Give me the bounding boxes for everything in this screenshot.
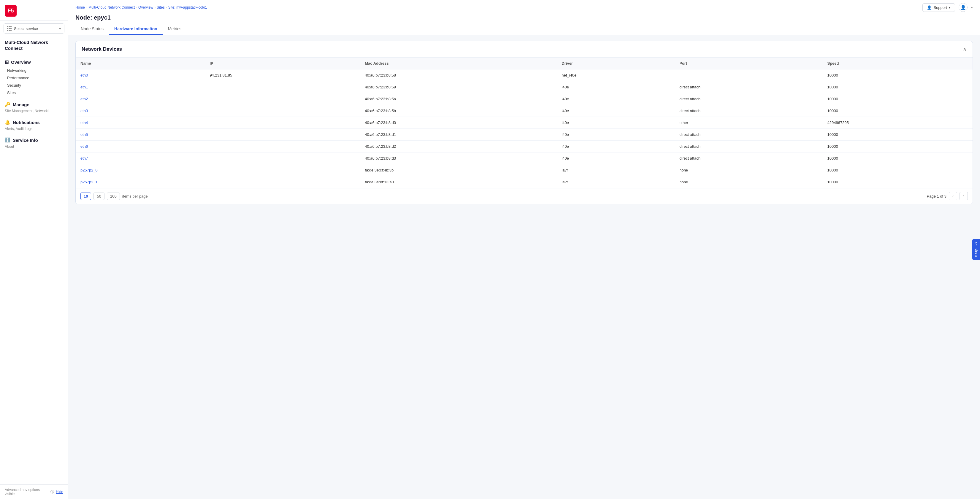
cell-port: direct attach	[675, 81, 822, 93]
sidebar-logo: F5	[0, 0, 68, 21]
col-ip: IP	[205, 57, 360, 70]
device-link[interactable]: eth0	[80, 73, 88, 78]
breadcrumb-home[interactable]: Home	[75, 5, 85, 10]
cell-driver: iavf	[557, 164, 675, 176]
cell-mac: 40:a6:b7:23:b8:5a	[360, 93, 557, 105]
cell-speed: 4294967295	[822, 117, 972, 129]
overview-icon: ⊞	[5, 59, 9, 65]
cell-mac: fa:de:3e:ef:13:a0	[360, 176, 557, 188]
sidebar-sub-item-performance[interactable]: Performance	[5, 74, 63, 82]
cell-mac: 40:a6:b7:23:b8:5b	[360, 105, 557, 117]
device-link[interactable]: eth3	[80, 108, 88, 113]
col-speed: Speed	[822, 57, 972, 70]
cell-ip: 94.231.81.85	[205, 70, 360, 81]
device-link[interactable]: eth7	[80, 156, 88, 161]
help-panel[interactable]: ? Help	[972, 239, 980, 260]
cell-driver: i40e	[557, 117, 675, 129]
sidebar-item-overview[interactable]: ⊞ Overview	[5, 57, 63, 67]
sidebar-bottom: Advanced nav options visible ⓘ Hide	[0, 485, 68, 499]
breadcrumb-site[interactable]: Site: mw-appstack-colo1	[168, 5, 207, 10]
tab-metrics[interactable]: Metrics	[163, 24, 187, 35]
cell-port: direct attach	[675, 153, 822, 164]
key-icon: 🔑	[5, 102, 10, 107]
card-header: Network Devices ∧	[76, 41, 972, 57]
next-page-button[interactable]: ›	[959, 192, 968, 200]
sidebar-sub-item-networking[interactable]: Networking	[5, 67, 63, 74]
cell-driver: i40e	[557, 105, 675, 117]
sidebar-item-service-info[interactable]: ℹ️ Service Info	[5, 135, 63, 145]
cell-ip	[205, 141, 360, 153]
sidebar-item-notifications[interactable]: 🔔 Notifications	[5, 118, 63, 127]
cell-name: eth6	[76, 141, 205, 153]
cell-name: eth4	[76, 117, 205, 129]
page-info-text: Page 1 of 3	[927, 194, 947, 199]
cell-port: direct attach	[675, 105, 822, 117]
cell-mac: 40:a6:b7:23:b8:59	[360, 81, 557, 93]
service-info-subtitle: About	[5, 145, 63, 150]
breadcrumb: Home › Multi-Cloud Network Connect › Ove…	[75, 5, 207, 10]
hide-link[interactable]: Hide	[56, 490, 63, 494]
breadcrumb-sites[interactable]: Sites	[157, 5, 165, 10]
cell-mac: 40:a6:b7:23:b8:d0	[360, 117, 557, 129]
service-selector[interactable]: Select service ▾	[3, 24, 64, 33]
table-row: eth1 40:a6:b7:23:b8:59 i40e direct attac…	[76, 81, 972, 93]
cell-driver: net_i40e	[557, 70, 675, 81]
page-content: Network Devices ∧ Name IP Mac Address Dr…	[68, 35, 980, 499]
breadcrumb-mcnc[interactable]: Multi-Cloud Network Connect	[88, 5, 135, 10]
cell-name: eth1	[76, 81, 205, 93]
device-link[interactable]: p257p2_0	[80, 168, 98, 172]
device-link[interactable]: eth4	[80, 121, 88, 125]
table-row: eth2 40:a6:b7:23:b8:5a i40e direct attac…	[76, 93, 972, 105]
cell-mac: 40:a6:b7:23:b8:d1	[360, 129, 557, 141]
cell-speed: 10000	[822, 70, 972, 81]
cell-mac: 40:a6:b7:23:b8:58	[360, 70, 557, 81]
tab-hardware-information[interactable]: Hardware Information	[109, 24, 163, 35]
sidebar-section-service-info: ℹ️ Service Info About	[0, 133, 68, 150]
cell-speed: 10000	[822, 153, 972, 164]
per-page-10[interactable]: 10	[80, 192, 91, 200]
sidebar-sub-item-sites[interactable]: Sites	[5, 89, 63, 97]
cell-driver: i40e	[557, 141, 675, 153]
sidebar: F5 Select service ▾ Multi-Cloud Network …	[0, 0, 68, 499]
table-row: eth7 40:a6:b7:23:b8:d3 i40e direct attac…	[76, 153, 972, 164]
per-page-50[interactable]: 50	[94, 192, 104, 200]
pagination-bar: 10 50 100 items per page Page 1 of 3 ‹ ›	[76, 188, 972, 204]
support-button[interactable]: 👤 Support ▾	[923, 3, 955, 12]
col-mac: Mac Address	[360, 57, 557, 70]
table-row: eth6 40:a6:b7:23:b8:d2 i40e direct attac…	[76, 141, 972, 153]
per-page-100[interactable]: 100	[107, 192, 120, 200]
card-title: Network Devices	[82, 46, 122, 52]
device-link[interactable]: eth5	[80, 132, 88, 137]
page-title: Node: epyc1	[75, 14, 973, 21]
device-link[interactable]: p257p2_1	[80, 180, 98, 184]
col-name: Name	[76, 57, 205, 70]
cell-ip	[205, 164, 360, 176]
sidebar-sub-item-security[interactable]: Security	[5, 82, 63, 89]
per-page-label: items per page	[122, 194, 148, 199]
tab-node-status[interactable]: Node Status	[75, 24, 109, 35]
breadcrumb-overview[interactable]: Overview	[138, 5, 153, 10]
collapse-button[interactable]: ∧	[963, 46, 967, 52]
cell-name: eth7	[76, 153, 205, 164]
prev-page-button[interactable]: ‹	[949, 192, 957, 200]
device-link[interactable]: eth2	[80, 97, 88, 101]
notifications-subtitle: Alerts, Audit Logs	[5, 127, 63, 132]
advanced-nav-toggle[interactable]: Advanced nav options visible ⓘ Hide	[5, 488, 63, 496]
per-page-controls: 10 50 100 items per page	[80, 192, 148, 200]
cell-speed: 10000	[822, 141, 972, 153]
cell-ip	[205, 105, 360, 117]
device-link[interactable]: eth6	[80, 144, 88, 149]
sidebar-section-manage: 🔑 Manage Site Management, Networki...	[0, 97, 68, 115]
cell-ip	[205, 176, 360, 188]
cell-ip	[205, 129, 360, 141]
cell-driver: i40e	[557, 93, 675, 105]
table-row: eth4 40:a6:b7:23:b8:d0 i40e other 429496…	[76, 117, 972, 129]
cell-mac: fa:de:3e:cf:4b:3b	[360, 164, 557, 176]
cell-port: direct attach	[675, 129, 822, 141]
user-avatar-button[interactable]: 👤	[959, 3, 967, 12]
cell-mac: 40:a6:b7:23:b8:d3	[360, 153, 557, 164]
sidebar-item-manage[interactable]: 🔑 Manage	[5, 100, 63, 109]
table-row: eth0 94.231.81.85 40:a6:b7:23:b8:58 net_…	[76, 70, 972, 81]
f5-logo-icon: F5	[5, 5, 17, 17]
device-link[interactable]: eth1	[80, 85, 88, 89]
